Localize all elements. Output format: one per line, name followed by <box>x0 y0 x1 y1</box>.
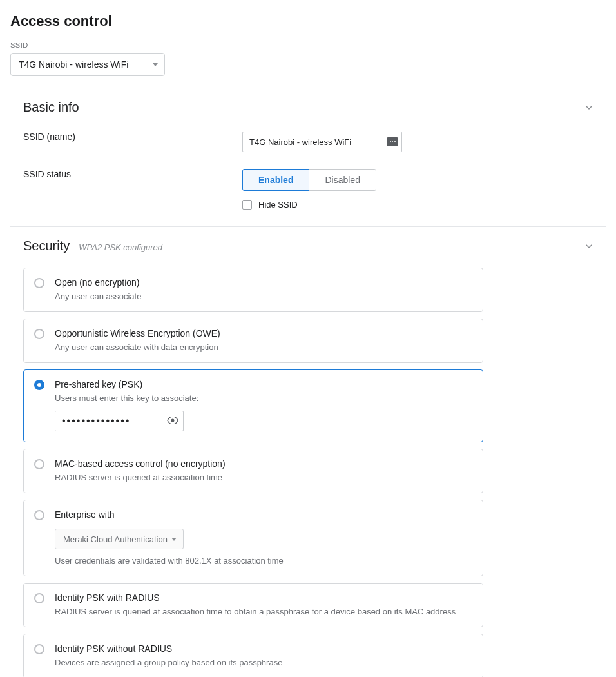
page-title: Access control <box>10 13 606 30</box>
disabled-button[interactable]: Disabled <box>309 169 376 191</box>
option-title: Opportunistic Wireless Encryption (OWE) <box>55 328 472 338</box>
security-title: Security <box>23 239 70 253</box>
security-option-ipsk-radius[interactable]: Identity PSK with RADIUS RADIUS server i… <box>23 583 483 627</box>
ssid-status-label: SSID status <box>23 169 242 179</box>
option-desc: Users must enter this key to associate: <box>55 393 472 403</box>
svg-point-0 <box>171 419 175 422</box>
basic-info-header[interactable]: Basic info <box>23 100 593 115</box>
enabled-button[interactable]: Enabled <box>242 169 309 191</box>
hide-ssid-checkbox[interactable] <box>242 200 252 210</box>
caret-down-icon <box>171 538 177 541</box>
security-header[interactable]: Security WPA2 PSK configured <box>23 239 593 253</box>
ssid-name-row: SSID (name) <box>23 132 593 152</box>
radio-icon <box>34 380 44 390</box>
ssid-name-input[interactable] <box>242 132 402 152</box>
security-option-owe[interactable]: Opportunistic Wireless Encryption (OWE) … <box>23 319 483 363</box>
security-options: Open (no encryption) Any user can associ… <box>23 268 483 677</box>
ssid-selector[interactable]: T4G Nairobi - wireless WiFi <box>10 53 165 76</box>
option-desc: User credentials are validated with 802.… <box>55 556 472 565</box>
option-title: Identity PSK with RADIUS <box>55 593 472 603</box>
ssid-status-toggle: Enabled Disabled <box>242 169 376 191</box>
option-desc: Any user can associate with data encrypt… <box>55 342 472 352</box>
option-desc: Any user can associate <box>55 291 472 301</box>
hide-ssid-label: Hide SSID <box>258 200 298 210</box>
ssid-selector-value: T4G Nairobi - wireless WiFi <box>19 59 128 70</box>
basic-info-section: Basic info SSID (name) SSID status Enabl… <box>10 88 606 226</box>
option-title: Pre-shared key (PSK) <box>55 379 472 389</box>
radio-icon <box>34 510 44 520</box>
security-option-ipsk-no-radius[interactable]: Identity PSK without RADIUS Devices are … <box>23 634 483 677</box>
radio-icon <box>34 278 44 288</box>
radio-icon <box>34 459 44 469</box>
enterprise-auth-dropdown[interactable]: Meraki Cloud Authentication <box>55 529 184 549</box>
caret-down-icon <box>153 63 158 66</box>
security-subtitle: WPA2 PSK configured <box>79 242 162 252</box>
ssid-selector-label: SSID <box>10 41 606 49</box>
option-title: Enterprise with <box>55 509 472 520</box>
radio-icon <box>34 593 44 603</box>
ssid-name-label: SSID (name) <box>23 132 242 142</box>
more-options-icon[interactable] <box>387 137 398 146</box>
psk-password-input[interactable] <box>55 411 184 431</box>
option-desc: Devices are assigned a group policy base… <box>55 658 472 667</box>
security-option-mac[interactable]: MAC-based access control (no encryption)… <box>23 449 483 493</box>
chevron-down-icon <box>585 242 593 252</box>
security-option-enterprise[interactable]: Enterprise with Meraki Cloud Authenticat… <box>23 500 483 576</box>
option-desc: RADIUS server is queried at association … <box>55 607 472 616</box>
security-section: Security WPA2 PSK configured Open (no en… <box>10 227 606 677</box>
radio-icon <box>34 329 44 339</box>
chevron-down-icon <box>585 103 593 113</box>
basic-info-title: Basic info <box>23 100 79 115</box>
enterprise-auth-value: Meraki Cloud Authentication <box>63 535 168 544</box>
option-title: Identity PSK without RADIUS <box>55 643 472 654</box>
hide-ssid-row: Hide SSID <box>242 200 376 210</box>
radio-icon <box>34 644 44 654</box>
option-desc: RADIUS server is queried at association … <box>55 473 472 482</box>
eye-icon[interactable] <box>167 416 178 426</box>
security-option-open[interactable]: Open (no encryption) Any user can associ… <box>23 268 483 312</box>
ssid-status-row: SSID status Enabled Disabled Hide SSID <box>23 169 593 210</box>
option-title: MAC-based access control (no encryption) <box>55 458 472 469</box>
security-option-psk[interactable]: Pre-shared key (PSK) Users must enter th… <box>23 369 483 442</box>
option-title: Open (no encryption) <box>55 277 472 288</box>
